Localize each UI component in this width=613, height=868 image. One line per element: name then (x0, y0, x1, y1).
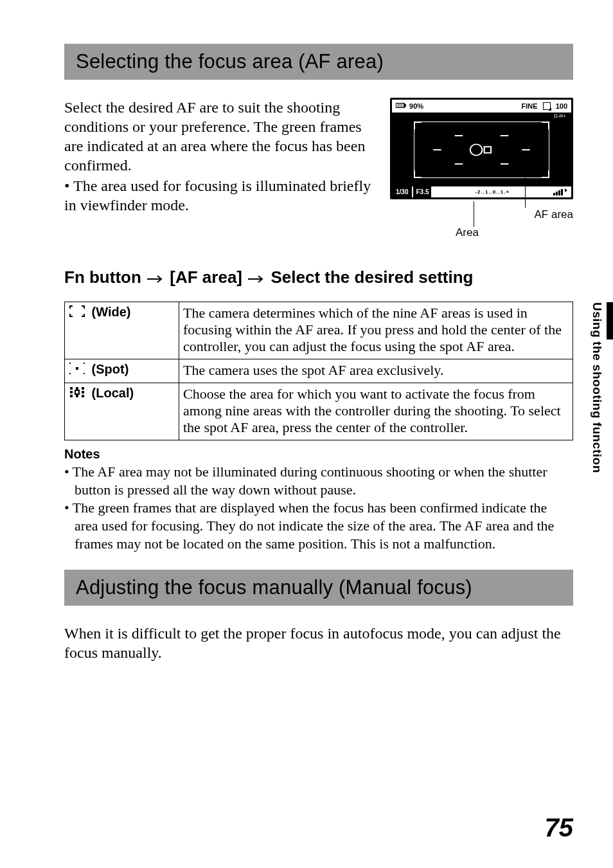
svg-rect-25 (70, 387, 73, 390)
lcd-screen: 90% FINE 100 D-R+ (390, 98, 573, 199)
side-tab-marker (607, 302, 613, 339)
side-tab: Using the shooting function (585, 302, 613, 514)
svg-rect-17 (561, 189, 563, 195)
svg-rect-13 (484, 147, 491, 153)
svg-rect-24 (76, 367, 78, 370)
svg-rect-33 (75, 390, 79, 394)
dro-badge: D-R+ (553, 113, 567, 119)
battery-indicator: 90% (396, 102, 423, 110)
svg-rect-1 (405, 104, 406, 107)
leader-line (474, 201, 474, 227)
table-row: (Spot) The camera uses the spot AF area … (65, 359, 573, 383)
svg-rect-27 (82, 387, 84, 390)
svg-rect-14 (553, 193, 555, 195)
ev-scale: -2..1..0..1.+ (431, 189, 553, 195)
row-key: (Wide) (92, 305, 131, 319)
arrow-icon (146, 269, 165, 289)
aperture-value: F3.5 (413, 186, 431, 197)
shutter-speed: 1/30 (392, 186, 412, 197)
svg-rect-32 (82, 395, 84, 397)
manual-focus-body: When it is difficult to get the proper f… (64, 624, 573, 662)
svg-rect-5 (402, 104, 404, 107)
intro-bullet-text: The area used for focusing is illuminate… (64, 177, 371, 213)
svg-rect-23 (84, 373, 85, 374)
svg-rect-16 (558, 190, 560, 195)
af-points-icon (414, 122, 549, 177)
remaining-count: 100 (556, 102, 567, 110)
lcd-illustration: 90% FINE 100 D-R+ (390, 98, 573, 199)
leader-line (525, 166, 526, 208)
svg-rect-4 (400, 104, 402, 107)
battery-icon (396, 102, 407, 109)
row-value: The camera determines which of the nine … (179, 302, 573, 359)
handheld-icon (553, 188, 571, 197)
procedure-heading: Fn button [AF area] Select the desired s… (64, 267, 573, 289)
svg-rect-21 (84, 363, 85, 364)
lcd-top-right: FINE 100 (522, 102, 567, 110)
proc-part-b: [AF area] (170, 267, 242, 287)
proc-part-a: Fn button (64, 267, 141, 287)
row-key: (Spot) (92, 362, 129, 376)
svg-rect-3 (398, 104, 400, 107)
af-area-table: (Wide) The camera determines which of th… (64, 302, 573, 440)
page-number: 75 (545, 813, 574, 842)
svg-rect-28 (70, 391, 73, 393)
svg-rect-26 (76, 387, 78, 390)
list-item: The AF area may not be illuminated durin… (64, 463, 573, 499)
list-item: The green frames that are displayed when… (64, 499, 573, 553)
section-heading-af-area: Selecting the focus area (AF area) (64, 44, 573, 80)
notes-heading: Notes (64, 447, 573, 462)
row-value: The camera uses the spot AF area exclusi… (179, 359, 573, 383)
callout-af-area: AF area (535, 208, 573, 221)
svg-rect-15 (556, 192, 558, 195)
quality-label: FINE (522, 102, 538, 110)
svg-rect-22 (69, 373, 71, 374)
lcd-top-strip: 90% FINE 100 (392, 100, 571, 113)
arrow-icon (247, 269, 266, 289)
svg-rect-20 (69, 363, 71, 364)
row-value: Choose the area for which you want to ac… (179, 383, 573, 440)
svg-rect-31 (76, 395, 78, 397)
intro-text: Select the desired AF are to suit the sh… (64, 98, 378, 215)
notes-list: The AF area may not be illuminated durin… (64, 463, 573, 554)
battery-percent: 90% (409, 102, 423, 110)
intro-row: Select the desired AF are to suit the sh… (64, 98, 573, 215)
svg-point-12 (470, 144, 483, 155)
svg-rect-29 (82, 391, 84, 393)
af-area-frame (414, 122, 549, 178)
page: Using the shooting function Selecting th… (0, 0, 613, 868)
af-local-icon (69, 386, 85, 402)
svg-rect-30 (70, 395, 73, 397)
card-icon (543, 102, 551, 110)
intro-paragraph: Select the desired AF are to suit the sh… (64, 98, 378, 175)
intro-bullet: • The area used for focusing is illumina… (64, 176, 378, 215)
table-row: (Wide) The camera determines which of th… (65, 302, 573, 359)
proc-part-c: Select the desired setting (271, 267, 473, 287)
af-wide-icon (69, 305, 85, 321)
side-tab-label: Using the shooting function (590, 302, 604, 473)
leader-line (513, 166, 525, 167)
row-key: (Local) (92, 386, 134, 400)
callout-area: Area (456, 226, 479, 239)
svg-rect-2 (396, 104, 398, 107)
table-row: (Local) Choose the area for which you wa… (65, 383, 573, 440)
af-spot-icon (69, 362, 85, 378)
section-heading-manual-focus: Adjusting the focus manually (Manual foc… (64, 570, 573, 606)
lcd-bottom-strip: 1/30 F3.5 -2..1..0..1.+ (392, 186, 571, 197)
